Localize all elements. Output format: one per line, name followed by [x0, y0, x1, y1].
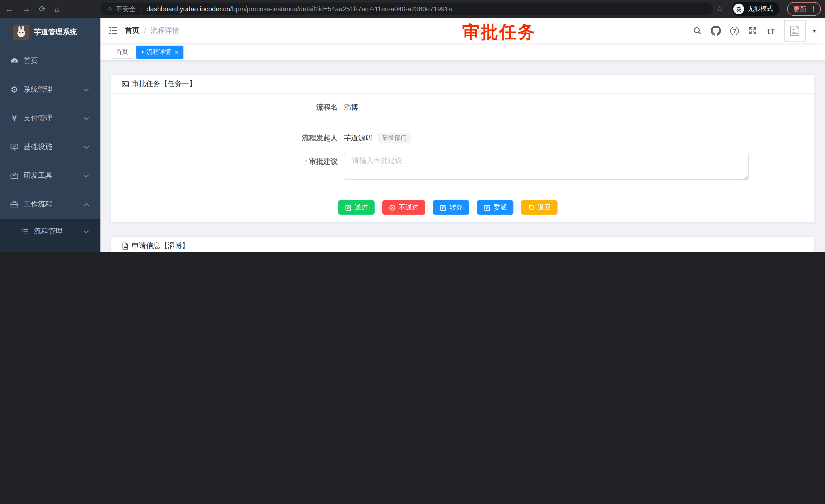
tab-label: 流程详情 [147, 48, 171, 56]
transfer-button[interactable]: 转办 [433, 200, 469, 215]
search-icon[interactable] [692, 25, 703, 36]
card-header: 申请信息【滔博】 [111, 237, 814, 252]
workflow-submenu: 流程管理 任务管理 我的流程 [0, 219, 100, 252]
monitor-icon [8, 142, 20, 152]
reject-button[interactable]: 不通过 [382, 200, 425, 215]
card-title: 申请信息【滔博】 [132, 241, 189, 250]
active-dot-icon: ● [141, 50, 144, 54]
opinion-row: *审批建议 [122, 153, 804, 182]
github-icon[interactable] [710, 25, 722, 36]
browser-home-icon[interactable]: ⌂ [55, 5, 60, 13]
sidebar-item-label: 基础设施 [23, 142, 83, 152]
main-area: 首页 / 流程详情 审批任务 ? [100, 18, 825, 252]
fullscreen-icon[interactable] [747, 25, 759, 36]
sidebar: 芋道管理系统 首页 ⚙ 系统管理 ¥ 支付管理 [0, 18, 100, 252]
picture-icon [122, 80, 129, 88]
bookmark-star-icon[interactable]: ☆ [717, 5, 723, 12]
approval-task-card: 审批任务【任务一】 流程名 滔博 流程发起人 芋道源码 研发部门 *审批建议 [111, 74, 815, 223]
sidebar-logo[interactable]: 芋道管理系统 [0, 18, 100, 47]
card-header: 审批任务【任务一】 [111, 75, 814, 94]
sidebar-item-label: 工作流程 [23, 200, 83, 209]
sidebar-item-workflow[interactable]: 工作流程 [0, 190, 100, 219]
browser-chrome: ← → ⟳ ⌂ ⚠ 不安全 dashboard.yudao.iocoder.cn… [0, 0, 825, 18]
delegate-button[interactable]: 委派 [477, 200, 513, 215]
chrome-menu-icon[interactable]: ⋮ [810, 5, 817, 13]
incognito-label: 无痕模式 [748, 5, 773, 13]
avatar-caret-down-icon[interactable]: ▾ [813, 27, 816, 34]
initiator-label: 流程发起人 [122, 134, 344, 143]
initiator-value: 芋道源码 [344, 134, 373, 143]
chevron-down-icon [83, 174, 89, 177]
process-name-value: 滔博 [344, 103, 358, 112]
sidebar-item-infrastructure[interactable]: 基础设施 [0, 133, 100, 161]
sidebar-item-home[interactable]: 首页 [0, 47, 100, 75]
breadcrumb-home-link[interactable]: 首页 [125, 26, 139, 35]
refresh-left-icon [528, 204, 534, 211]
gear-icon: ⚙ [8, 85, 20, 94]
breadcrumb: 首页 / 流程详情 [125, 26, 179, 35]
tags-view-bar: 首页 ● 流程详情 × [100, 44, 825, 61]
breadcrumb-separator: / [144, 26, 146, 34]
url-path: /bpm/process-instance/detail?id=54aa251f… [230, 5, 452, 13]
chevron-down-icon [83, 145, 89, 149]
process-name-label: 流程名 [122, 103, 344, 112]
chevron-down-icon [83, 230, 89, 233]
font-size-icon[interactable]: tT [766, 25, 777, 36]
breadcrumb-current: 流程详情 [151, 26, 179, 35]
address-bar[interactable]: ⚠ 不安全 dashboard.yudao.iocoder.cn/bpm/pro… [100, 3, 713, 15]
browser-reload-icon[interactable]: ⟳ [39, 5, 46, 13]
opinion-textarea[interactable] [344, 153, 749, 180]
chevron-down-icon [83, 116, 89, 120]
sidebar-item-label: 支付管理 [23, 114, 83, 123]
incognito-icon [733, 4, 744, 14]
application-info-card: 申请信息【滔博】 *单行文本 *多选框组 选项一 [111, 236, 815, 252]
tab-label: 首页 [116, 48, 128, 56]
tab-process-detail[interactable]: ● 流程详情 × [136, 45, 183, 59]
dashboard-icon [8, 56, 20, 66]
process-name-row: 流程名 滔博 [122, 103, 804, 112]
approval-buttons: 通过 不通过 转办 委派 [338, 200, 557, 215]
incognito-badge: 无痕模式 [732, 2, 779, 16]
sidebar-item-system[interactable]: ⚙ 系统管理 [0, 75, 100, 104]
url-domain: dashboard.yudao.iocoder.cn [147, 5, 230, 13]
not-secure-label: 不安全 [116, 4, 136, 14]
sidebar-item-process-management[interactable]: 流程管理 [0, 219, 100, 244]
briefcase-icon [8, 200, 20, 209]
app-title: 芋道管理系统 [34, 28, 77, 37]
browser-back-icon[interactable]: ← [5, 5, 13, 13]
tab-home[interactable]: 首页 [111, 45, 133, 59]
address-divider [141, 5, 141, 12]
app-window: 芋道管理系统 首页 ⚙ 系统管理 ¥ 支付管理 [0, 18, 825, 252]
sidebar-item-payment[interactable]: ¥ 支付管理 [0, 104, 100, 133]
yen-icon: ¥ [8, 114, 20, 123]
approve-button[interactable]: 通过 [338, 200, 375, 215]
sidebar-item-label: 系统管理 [23, 85, 83, 94]
navbar-actions: ? tT ▾ [692, 18, 816, 44]
edit-icon [440, 204, 446, 211]
card-title: 审批任务【任务一】 [132, 79, 196, 89]
screen: ← → ⟳ ⌂ ⚠ 不安全 dashboard.yudao.iocoder.cn… [0, 0, 825, 252]
logo-image [13, 24, 29, 40]
chrome-update-button[interactable]: 更新 ⋮ [787, 2, 821, 16]
tab-close-icon[interactable]: × [175, 49, 178, 55]
avatar[interactable] [784, 20, 806, 41]
sidebar-item-label: 研发工具 [23, 171, 83, 180]
sidebar-item-task-management[interactable]: 任务管理 [0, 244, 100, 252]
help-icon[interactable]: ? [729, 25, 740, 36]
chevron-up-icon [83, 202, 89, 206]
return-button[interactable]: 退回 [521, 200, 557, 215]
sidebar-item-label: 流程管理 [34, 227, 83, 236]
browser-forward-icon[interactable]: → [22, 5, 30, 13]
sidebar-collapse-icon[interactable] [100, 26, 125, 35]
edit-icon [484, 204, 491, 211]
sidebar-item-label: 首页 [23, 56, 100, 66]
circle-close-icon [389, 204, 395, 211]
chevron-down-icon [83, 88, 89, 91]
toolbox-icon [8, 171, 20, 180]
not-secure-warning-icon: ⚠ [107, 5, 113, 12]
chrome-update-label: 更新 [793, 4, 807, 14]
sidebar-item-dev-tools[interactable]: 研发工具 [0, 161, 100, 190]
list-icon [18, 227, 31, 236]
required-mark: * [305, 157, 307, 165]
edit-icon [345, 204, 352, 211]
